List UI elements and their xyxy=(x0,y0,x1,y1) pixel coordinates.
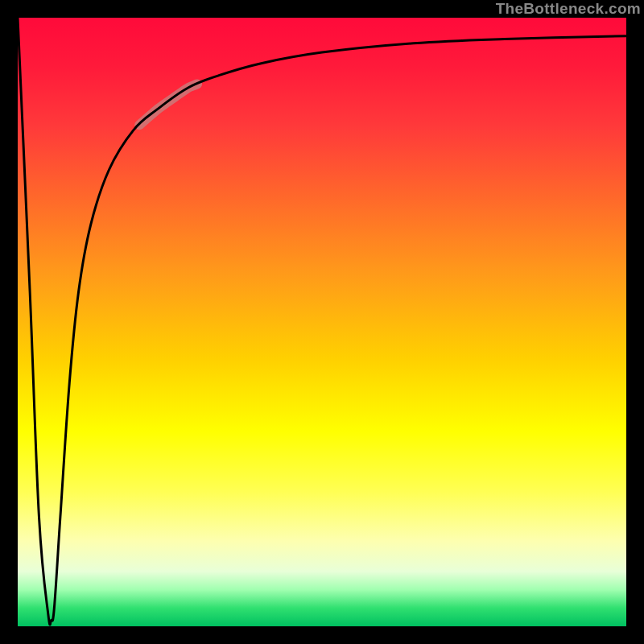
highlight-segment xyxy=(139,84,197,125)
data-curve xyxy=(18,18,626,625)
curve-svg xyxy=(18,18,626,626)
chart-frame: TheBottleneck.com xyxy=(0,0,644,644)
plot-area xyxy=(18,18,626,626)
watermark-label: TheBottleneck.com xyxy=(496,0,641,18)
